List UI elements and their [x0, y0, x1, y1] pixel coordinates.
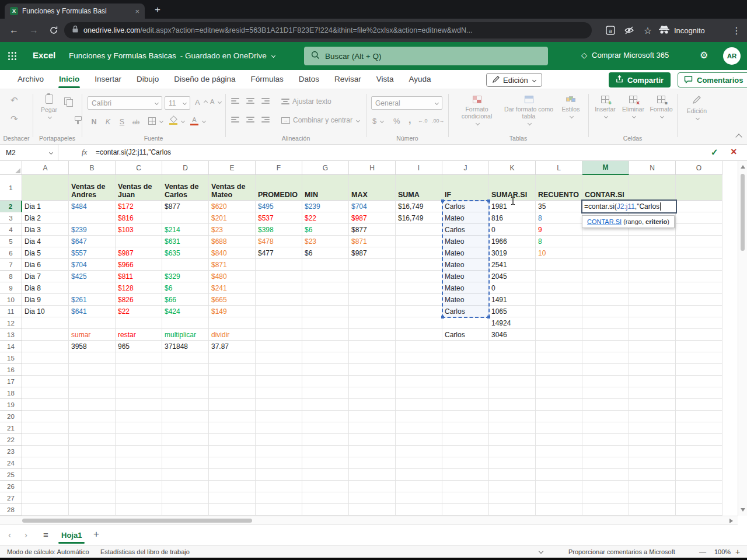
col-header-M[interactable]: M [582, 161, 629, 175]
cell-J3[interactable]: Mateo [442, 212, 489, 224]
cell-G3[interactable]: $22 [302, 212, 349, 224]
collapse-ribbon-icon[interactable] [735, 134, 742, 140]
tab-close-icon[interactable]: × [135, 7, 139, 16]
saved-status[interactable]: - Guardado en OneDrive [180, 51, 267, 60]
row-header-3[interactable]: 3 [0, 212, 22, 224]
menu-tab-revisar[interactable]: Revisar [327, 70, 369, 89]
cell-B2[interactable]: $484 [69, 201, 116, 212]
row-header-20[interactable]: 20 [0, 411, 22, 422]
cell-C7[interactable]: $966 [116, 259, 162, 271]
cell-L6[interactable]: 10 [536, 247, 582, 259]
cell-E13[interactable]: dividir [209, 329, 256, 341]
align-top-icon[interactable] [231, 98, 239, 104]
menu-tab-ayuda[interactable]: Ayuda [402, 70, 439, 89]
align-center-icon[interactable] [246, 117, 254, 123]
cell-E1[interactable]: Ventas de Mateo [209, 175, 256, 201]
cell-C9[interactable]: $128 [116, 282, 162, 294]
italic-button[interactable]: K [102, 116, 114, 128]
name-box[interactable]: M2 [0, 145, 58, 160]
font-size-select[interactable]: 11 [165, 96, 190, 110]
cell-A2[interactable]: Dia 1 [22, 201, 69, 212]
cell-G6[interactable]: $6 [302, 247, 349, 259]
shrink-font-button[interactable]: A [210, 98, 221, 105]
cell-A8[interactable]: Dia 7 [22, 271, 69, 282]
cell-J6[interactable]: Mateo [442, 247, 489, 259]
row-header-13[interactable]: 13 [0, 329, 22, 341]
fill-color-button[interactable] [169, 117, 184, 125]
cell-D4[interactable]: $214 [162, 224, 209, 236]
strikethrough-button[interactable]: ab [130, 116, 142, 128]
wrap-text-button[interactable]: Ajustar texto [281, 97, 331, 106]
cell-A6[interactable]: Dia 5 [22, 247, 69, 259]
cell-H6[interactable]: $987 [349, 247, 396, 259]
workbook-stats-button[interactable]: Estadísticas del libro de trabajo [100, 548, 190, 555]
cell-A3[interactable]: Dia 2 [22, 212, 69, 224]
waffle-icon[interactable] [8, 51, 17, 63]
cell-K11[interactable]: 1065 [489, 306, 536, 317]
cell-C8[interactable]: $811 [116, 271, 162, 282]
currency-format-button[interactable]: $ [372, 117, 383, 125]
conditional-formatting-button[interactable]: Formato condicional [454, 96, 500, 125]
format-as-table-button[interactable]: Dar formato como tabla [503, 96, 554, 125]
row-header-8[interactable]: 8 [0, 271, 22, 282]
row-header-19[interactable]: 19 [0, 399, 22, 411]
cell-H2[interactable]: $704 [349, 201, 396, 212]
cell-E9[interactable]: $241 [209, 282, 256, 294]
row-header-14[interactable]: 14 [0, 341, 22, 352]
redo-icon[interactable]: ↷ [11, 114, 18, 124]
cell-C6[interactable]: $987 [116, 247, 162, 259]
horizontal-scroll-thumb[interactable] [22, 519, 252, 523]
cell-K9[interactable]: 0 [489, 282, 536, 294]
cell-J10[interactable]: Mateo [442, 294, 489, 306]
browser-menu-icon[interactable]: ⋮ [728, 22, 745, 38]
align-bottom-icon[interactable] [261, 98, 270, 104]
insert-cells-button[interactable]: + Insertar [592, 96, 619, 118]
cell-D1[interactable]: Ventas de Carlos [162, 175, 209, 201]
cell-B11[interactable]: $641 [69, 306, 116, 317]
lock-icon[interactable] [72, 25, 79, 36]
cell-B14[interactable]: 3958 [69, 341, 116, 352]
cell-H3[interactable]: $987 [349, 212, 396, 224]
cell-F2[interactable]: $495 [256, 201, 302, 212]
cell-D8[interactable]: $329 [162, 271, 209, 282]
editing-mode-dropdown[interactable]: Edición [486, 73, 542, 87]
align-right-icon[interactable] [261, 117, 270, 123]
cell-L4[interactable]: 9 [536, 224, 582, 236]
search-input[interactable]: Buscar (Alt + Q) [304, 47, 548, 65]
cell-G4[interactable]: $6 [302, 224, 349, 236]
cell-B5[interactable]: $647 [69, 236, 116, 247]
horizontal-scrollbar[interactable] [0, 516, 738, 525]
col-header-J[interactable]: J [442, 161, 489, 175]
sheet-tab-hoja1[interactable]: Hoja1 [58, 525, 85, 545]
cell-A4[interactable]: Dia 3 [22, 224, 69, 236]
document-title[interactable]: Funciones y Formulas Basicas [69, 51, 176, 60]
col-header-G[interactable]: G [302, 161, 349, 175]
cell-F6[interactable]: $477 [256, 247, 302, 259]
row-header-23[interactable]: 23 [0, 446, 22, 457]
cell-A11[interactable]: Dia 10 [22, 306, 69, 317]
cell-G5[interactable]: $23 [302, 236, 349, 247]
col-header-C[interactable]: C [116, 161, 162, 175]
cell-K13[interactable]: 3046 [489, 329, 536, 341]
browser-tab[interactable]: X Funciones y Formulas Basi × [5, 4, 145, 19]
copy-icon[interactable] [64, 97, 72, 106]
merge-center-button[interactable]: ↔ Combinar y centrar [281, 116, 359, 124]
row-header-26[interactable]: 26 [0, 481, 22, 492]
scroll-down-icon[interactable] [741, 508, 745, 512]
underline-button[interactable]: S [116, 116, 128, 128]
col-header-F[interactable]: F [256, 161, 302, 175]
cell-E6[interactable]: $840 [209, 247, 256, 259]
cell-C13[interactable]: restar [116, 329, 162, 341]
cell-J9[interactable]: Mateo [442, 282, 489, 294]
cell-J8[interactable]: Mateo [442, 271, 489, 282]
row-header-12[interactable]: 12 [0, 317, 22, 329]
row-header-18[interactable]: 18 [0, 387, 22, 399]
menu-tab-diseno[interactable]: Diseño de página [166, 70, 243, 89]
comments-button[interactable]: Comentarios [678, 72, 747, 88]
translate-icon[interactable]: a [602, 22, 619, 38]
cell-C3[interactable]: $816 [116, 212, 162, 224]
col-header-I[interactable]: I [396, 161, 442, 175]
cell-J1[interactable]: IF [442, 175, 489, 201]
row-header-15[interactable]: 15 [0, 352, 22, 364]
menu-tab-archivo[interactable]: Archivo [10, 70, 51, 89]
